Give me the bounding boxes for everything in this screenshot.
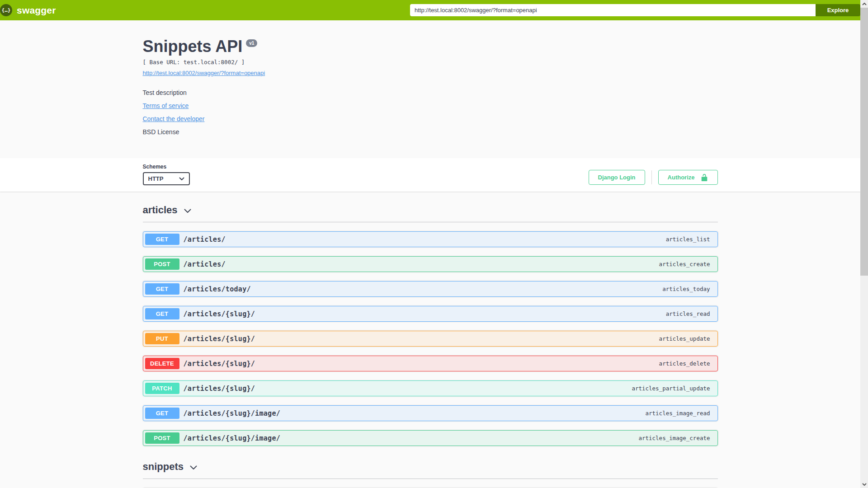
schemes-label: Schemes [143,164,190,170]
opblock-articles_list[interactable]: GET/articles/articles_list [143,231,718,247]
swagger-ui-page: {…} swagger Explore Snippets API v1 [ Ba… [0,0,860,488]
op-path: /articles/today/ [184,285,251,293]
opblock-articles_image_create[interactable]: POST/articles/{slug}/image/articles_imag… [143,430,718,446]
download-url-wrapper: Explore [410,4,860,16]
method-badge: GET [145,408,179,419]
opblock-articles_delete[interactable]: DELETE/articles/{slug}/articles_delete [143,356,718,371]
operations: articlesGET/articles/articles_listPOST/a… [143,192,718,488]
contact-developer-link[interactable]: Contact the developer [143,115,205,122]
auth-divider [651,170,652,184]
scrollbar-thumb[interactable] [860,8,868,276]
django-login-label: Django Login [598,174,636,181]
scheme-container: Schemes HTTP Django Login Authorize [0,158,860,192]
method-badge: PATCH [145,383,179,394]
op-path: /articles/{slug}/image/ [184,409,281,418]
op-path: /articles/{slug}/ [184,310,255,318]
scheme-selected-value: HTTP [148,175,164,182]
tag-header-articles[interactable]: articles [143,204,718,222]
opblock-articles_image_read[interactable]: GET/articles/{slug}/image/articles_image… [143,405,718,421]
op-path: /articles/{slug}/image/ [184,434,281,442]
schemes-group: Schemes HTTP [143,164,190,185]
authorize-label: Authorize [668,174,695,181]
scrollbar [860,0,868,488]
license-text: BSD License [143,128,718,158]
terms-of-service-link[interactable]: Terms of service [143,102,189,109]
tag-header-snippets[interactable]: snippets [143,461,718,479]
op-id: articles_create [659,261,710,267]
topbar: {…} swagger Explore [0,0,860,20]
chevron-down-icon [184,209,191,213]
op-id: articles_today [662,286,710,292]
tag-name: articles [143,204,178,216]
method-badge: GET [145,234,179,245]
method-badge: GET [145,308,179,319]
chevron-down-icon [179,177,184,181]
authorize-button[interactable]: Authorize [658,170,718,185]
info-section: Snippets API v1 [ Base URL: test.local:8… [0,20,860,158]
op-id: articles_update [659,335,710,342]
op-path: /articles/{slug}/ [184,385,255,393]
scrollbar-down-arrow[interactable] [860,480,868,488]
op-path: /articles/ [184,260,226,268]
method-badge: POST [145,432,179,444]
base-url: [ Base URL: test.local:8002/ ] [143,59,718,66]
explore-button[interactable]: Explore [816,4,860,16]
scheme-select[interactable]: HTTP [143,172,190,185]
method-badge: POST [145,258,179,270]
opblock-articles_today[interactable]: GET/articles/today/articles_today [143,281,718,297]
django-login-button[interactable]: Django Login [589,170,645,185]
op-path: /articles/ [184,235,226,244]
auth-wrapper: Django Login Authorize [589,170,718,185]
chevron-down-icon [190,465,197,470]
op-id: articles_delete [659,360,710,367]
method-badge: DELETE [145,358,179,369]
op-id: articles_list [666,236,710,243]
tag-name: snippets [143,461,184,473]
swagger-brand-link[interactable]: {…} swagger [0,4,56,16]
op-id: articles_read [666,310,710,317]
method-badge: PUT [145,333,179,344]
opblock-articles_create[interactable]: POST/articles/articles_create [143,256,718,272]
op-id: articles_partial_update [632,385,710,392]
opblock-articles_read[interactable]: GET/articles/{slug}/articles_read [143,306,718,322]
op-id: articles_image_create [638,435,710,441]
opblock-articles_partial_update[interactable]: PATCH/articles/{slug}/articles_partial_u… [143,380,718,396]
unlocked-padlock-icon [700,174,708,182]
op-id: articles_image_read [646,410,710,417]
scrollbar-up-arrow[interactable] [860,0,868,8]
version-badge: v1 [246,39,257,47]
method-badge: GET [145,283,179,295]
opblock-articles_update[interactable]: PUT/articles/{slug}/articles_update [143,331,718,347]
page-title: Snippets API [143,38,243,55]
swagger-logo-icon: {…} [0,4,12,16]
spec-url-input[interactable] [410,4,816,16]
brand-name: swagger [17,5,56,16]
api-description: Test description [143,89,718,96]
op-path: /articles/{slug}/ [184,335,255,343]
spec-link[interactable]: http://test.local:8002/swagger/?format=o… [143,70,265,76]
op-path: /articles/{slug}/ [184,360,255,368]
